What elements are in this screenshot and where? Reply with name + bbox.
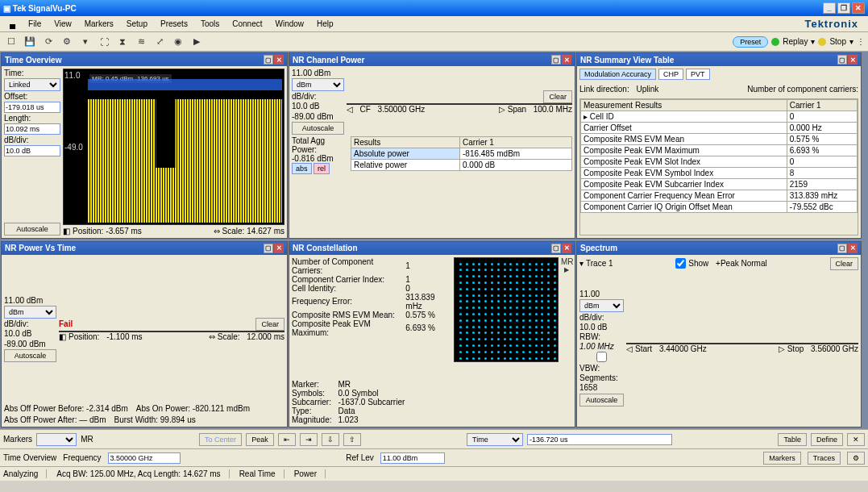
peak-left-button[interactable]: ⇤ [278,433,296,446]
panel-close[interactable]: ✕ [848,55,858,65]
maximize-button[interactable]: ❐ [837,2,850,14]
abs-button[interactable]: abs [292,163,312,174]
clear-button[interactable]: Clear [543,90,572,103]
menu-connect[interactable]: Connect [226,18,268,30]
close-markers-button[interactable]: ✕ [847,433,865,446]
traces-panel-button[interactable]: Traces [808,452,841,465]
marker-time-input[interactable] [527,434,672,445]
panel-min[interactable]: ▢ [264,55,273,65]
scale-icon[interactable]: ⇔ [209,332,215,341]
table-button[interactable]: Table [778,433,807,446]
spectrum-plot[interactable]: 11.0-9.0-29.0-49.0-69.0-89.0 MR: -11.59 … [626,343,858,344]
show-checkbox[interactable] [675,258,686,269]
frequency-input[interactable] [108,452,181,464]
save-icon[interactable]: 💾 [22,34,38,50]
brand-logo: Tektronix [798,16,865,31]
panel-min[interactable]: ▢ [837,55,847,65]
ref-lev-input[interactable] [380,452,445,464]
scale-label: Scale: [222,227,245,236]
marker-add-icon[interactable]: ▾ [77,34,93,50]
constellation-plot[interactable] [454,257,559,362]
domain-select[interactable]: Time [467,433,523,446]
unit-select[interactable]: dBm [579,299,624,312]
stop-drop-icon[interactable]: ▾ [849,37,853,46]
menu-markers[interactable]: Markers [78,18,120,30]
settings-gear-button[interactable]: ⚙ [847,452,865,465]
autoscale-button[interactable]: Autoscale [4,223,60,236]
time-icon[interactable]: ⧗ [114,34,131,50]
scale-icon[interactable]: ⇔ [214,227,220,236]
stop-icon[interactable]: ▷ [779,344,785,353]
panel-close[interactable]: ✕ [274,55,284,65]
replay-drop-icon[interactable]: ▾ [811,37,815,46]
replay-status-icon [771,38,779,46]
marker-select[interactable] [36,433,77,446]
time-overview-plot[interactable]: 11.0-49.0 MR: 0.45 dBm -136.693 us [63,69,284,225]
vbw-checkbox[interactable] [579,352,624,362]
offset-input[interactable] [4,102,60,113]
panel-close[interactable]: ✕ [562,244,571,253]
marker-bar: Markers MR To Center Peak ⇤ ⇥ ⇩ ⇧ Time T… [0,429,868,448]
to-center-button[interactable]: To Center [199,433,242,446]
panel-min[interactable]: ▢ [264,244,273,253]
peak-up-button[interactable]: ⇧ [343,433,361,446]
panel-min[interactable]: ▢ [551,244,561,253]
panel-min[interactable]: ▢ [837,244,847,253]
camera-icon[interactable]: ◉ [170,34,186,50]
time-label: Time: [4,69,60,77]
replay-label[interactable]: Replay [783,37,808,46]
dbdiv-input[interactable] [4,145,60,156]
panel-min[interactable]: ▢ [551,55,561,65]
autoscale-button[interactable]: Autoscale [4,349,56,362]
wave-icon[interactable]: ≋ [133,34,149,50]
peak-down-button[interactable]: ⇩ [322,433,339,446]
menu-tools[interactable]: Tools [194,18,226,30]
zoom-icon[interactable]: ⤢ [152,34,168,50]
autoscale-button[interactable]: Autoscale [579,394,624,407]
menu-setup[interactable]: Setup [120,18,154,30]
pos-icon[interactable]: ◧ [63,227,70,236]
menu-help[interactable]: Help [310,18,340,30]
panel-close[interactable]: ✕ [274,244,284,253]
minimize-button[interactable]: _ [823,2,836,14]
open-icon[interactable]: ☐ [3,34,19,50]
menu-file[interactable]: File [22,18,48,30]
define-button[interactable]: Define [811,433,843,446]
tab-chp[interactable]: CHP [658,69,683,80]
trace-drop-icon[interactable]: ▾ [579,259,584,268]
refresh-icon[interactable]: ⟳ [40,34,56,50]
menu-window[interactable]: Window [269,18,311,30]
stop-label[interactable]: Stop [829,37,846,46]
markers-panel-button[interactable]: Markers [763,452,801,465]
peak-right-button[interactable]: ⇥ [300,433,318,446]
panel-close[interactable]: ✕ [848,244,858,253]
panel-close[interactable]: ✕ [562,55,571,65]
more-icon[interactable]: ⋮ [857,37,865,46]
tab-pvt[interactable]: PVT [686,69,710,80]
rel-button[interactable]: rel [314,163,330,174]
cf-icon[interactable]: ◁ [347,105,353,114]
clear-button[interactable]: Clear [255,318,284,331]
app-menu-icon[interactable]: ▄ [3,18,22,30]
close-button[interactable]: ✕ [852,2,865,14]
span-icon[interactable]: ▷ [499,105,505,114]
preset-button[interactable]: Preset [733,36,768,48]
autoscale-button[interactable]: Autoscale [292,122,344,135]
bottom-readout: -89.00 dBm [292,112,344,121]
peak-button[interactable]: Peak [246,433,274,446]
pos-icon[interactable]: ◧ [59,332,66,341]
play-icon[interactable]: ▶ [189,34,205,50]
menu-view[interactable]: View [48,18,78,30]
clear-button[interactable]: Clear [830,257,859,270]
length-input[interactable] [4,123,60,135]
start-icon[interactable]: ◁ [626,344,633,353]
menu-presets[interactable]: Presets [154,18,194,30]
chp-plot[interactable]: 11.0-9.0-29.0-49.0-69.0-79.0 MR: -51.87 … [347,103,572,105]
gear-icon[interactable]: ⚙ [59,34,75,50]
unit-select[interactable]: dBm [4,306,56,319]
pvt-plot[interactable]: 11.0-19.0-39.0-59.0-79.0 MR: -4.13 dBm -… [59,331,284,332]
tab-mod-accuracy[interactable]: Modulation Accuracy [579,69,656,80]
unit-select[interactable]: dBm [292,78,344,91]
time-mode-select[interactable]: Linked [4,78,60,91]
spectrum-icon[interactable]: ⛶ [96,34,112,50]
